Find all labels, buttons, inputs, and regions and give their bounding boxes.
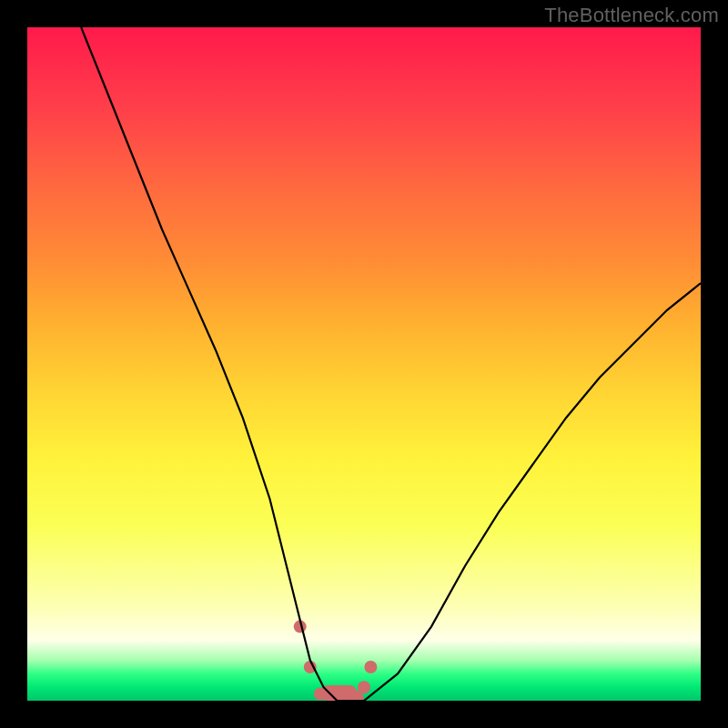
chart-svg: [27, 27, 701, 701]
valley-marker-5: [364, 661, 377, 673]
bottleneck-curve: [81, 27, 701, 701]
chart-frame: TheBottleneck.com: [0, 0, 728, 728]
valley-markers: [294, 621, 378, 701]
watermark-text: TheBottleneck.com: [544, 4, 719, 27]
valley-marker-4: [358, 681, 370, 693]
plot-area: [27, 27, 701, 701]
